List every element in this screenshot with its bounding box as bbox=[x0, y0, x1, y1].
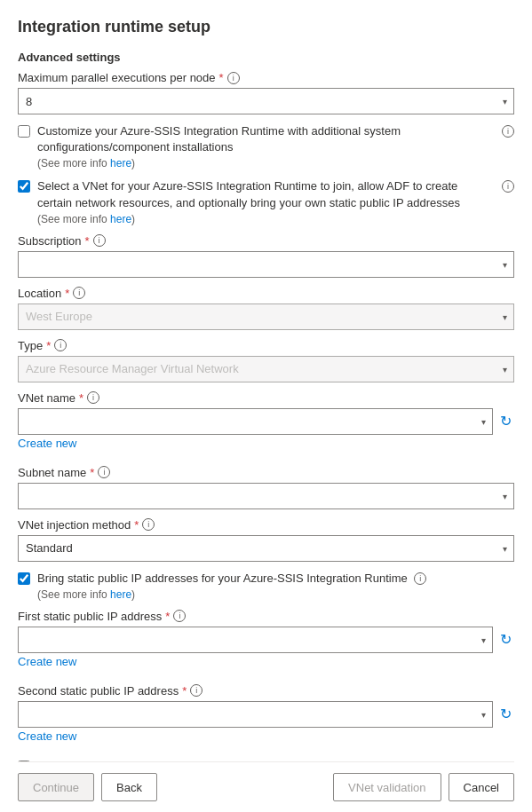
first-ip-dropdown[interactable] bbox=[18, 627, 493, 653]
second-ip-dropdown-wrap: ▾ bbox=[18, 701, 493, 728]
vnet-info-icon[interactable]: i bbox=[502, 180, 514, 193]
static-ip-checkbox[interactable] bbox=[18, 572, 30, 585]
max-parallel-info-icon[interactable]: i bbox=[227, 72, 240, 84]
location-label-text: Location bbox=[18, 287, 61, 300]
customize-see-more-close: ) bbox=[131, 157, 135, 169]
static-ip-checkbox-content: Bring static public IP addresses for you… bbox=[37, 571, 426, 601]
first-ip-field: First static public IP address * i ▾ ↻ C… bbox=[18, 610, 514, 677]
vnet-see-more-close: ) bbox=[131, 213, 135, 225]
vnet-see-more: (See more info here) bbox=[37, 213, 495, 225]
location-info-icon[interactable]: i bbox=[73, 287, 85, 299]
subscription-dropdown[interactable] bbox=[18, 251, 514, 278]
first-ip-dropdown-wrap: ▾ bbox=[18, 627, 493, 653]
continue-button[interactable]: Continue bbox=[18, 773, 94, 801]
max-parallel-field: Maximum parallel executions per node * i… bbox=[18, 71, 514, 114]
page-title: Integration runtime setup bbox=[18, 18, 514, 36]
first-ip-required-star: * bbox=[165, 610, 170, 623]
second-ip-label: Second static public IP address * i bbox=[18, 684, 514, 698]
customize-info-icon[interactable]: i bbox=[502, 125, 514, 138]
static-ip-see-more-text: (See more info bbox=[37, 588, 110, 601]
vnet-checkbox-label: Select a VNet for your Azure-SSIS Integr… bbox=[37, 179, 460, 209]
advanced-settings-header: Advanced settings bbox=[18, 51, 514, 64]
vnet-injection-label-text: VNet injection method bbox=[18, 518, 131, 532]
static-ip-info-icon[interactable]: i bbox=[414, 572, 426, 585]
subnet-name-required-star: * bbox=[90, 466, 94, 479]
max-parallel-dropdown-wrap: 8 ▾ bbox=[18, 88, 514, 114]
second-ip-label-text: Second static public IP address bbox=[18, 684, 179, 698]
vnet-injection-dropdown[interactable]: Standard bbox=[18, 535, 514, 562]
type-label: Type * i bbox=[18, 339, 514, 352]
location-dropdown-wrap: West Europe ▾ bbox=[18, 304, 514, 330]
vnet-name-required-star: * bbox=[79, 391, 83, 405]
create-new-vnet-link[interactable]: Create new bbox=[18, 437, 76, 450]
vnet-validation-button[interactable]: VNet validation bbox=[333, 773, 441, 801]
static-ip-see-more-close: ) bbox=[131, 588, 135, 601]
vnet-injection-dropdown-wrap: Standard ▾ bbox=[18, 535, 514, 562]
vnet-name-refresh-button[interactable]: ↻ bbox=[500, 413, 512, 430]
location-required-star: * bbox=[65, 287, 69, 300]
second-ip-refresh-button[interactable]: ↻ bbox=[500, 706, 512, 722]
vnet-name-dropdown[interactable] bbox=[18, 408, 493, 435]
vnet-name-label: VNet name * i bbox=[18, 391, 514, 405]
vnet-injection-required-star: * bbox=[134, 518, 139, 532]
subscription-required-star: * bbox=[85, 234, 90, 248]
subnet-name-field: Subnet name * i ▾ bbox=[18, 466, 514, 509]
vnet-name-row: ▾ ↻ bbox=[18, 408, 514, 435]
type-info-icon[interactable]: i bbox=[54, 339, 67, 351]
static-ip-see-more: (See more info here) bbox=[37, 588, 426, 601]
footer: Continue Back VNet validation Cancel bbox=[18, 761, 514, 812]
second-ip-info-icon[interactable]: i bbox=[190, 684, 202, 697]
vnet-checkbox-row: Select a VNet for your Azure-SSIS Integr… bbox=[18, 178, 514, 225]
subscription-label: Subscription * i bbox=[18, 234, 514, 248]
max-parallel-dropdown[interactable]: 8 bbox=[18, 88, 514, 114]
location-field: Location * i West Europe ▾ bbox=[18, 287, 514, 330]
second-ip-row: ▾ ↻ bbox=[18, 701, 514, 728]
cancel-button[interactable]: Cancel bbox=[449, 773, 514, 801]
first-ip-row: ▾ ↻ bbox=[18, 627, 514, 653]
subnet-name-dropdown-wrap: ▾ bbox=[18, 483, 514, 509]
first-ip-label-text: First static public IP address bbox=[18, 610, 162, 623]
first-ip-info-icon[interactable]: i bbox=[173, 610, 186, 622]
vnet-here-link[interactable]: here bbox=[110, 213, 131, 225]
first-ip-label: First static public IP address * i bbox=[18, 610, 514, 623]
customize-see-more: (See more info here) bbox=[37, 157, 495, 169]
static-ip-checkbox-label: Bring static public IP addresses for you… bbox=[37, 572, 408, 585]
customize-checkbox-row: Customize your Azure-SSIS Integration Ru… bbox=[18, 123, 514, 169]
required-star: * bbox=[219, 71, 224, 84]
type-required-star: * bbox=[46, 339, 51, 352]
customize-checkbox-content: Customize your Azure-SSIS Integration Ru… bbox=[37, 123, 495, 169]
static-ip-here-link[interactable]: here bbox=[110, 588, 131, 601]
max-parallel-label: Maximum parallel executions per node * i bbox=[18, 71, 514, 84]
subnet-name-dropdown[interactable] bbox=[18, 483, 514, 509]
static-ip-checkbox-row: Bring static public IP addresses for you… bbox=[18, 571, 514, 601]
vnet-injection-info-icon[interactable]: i bbox=[142, 518, 155, 531]
back-button[interactable]: Back bbox=[101, 773, 157, 801]
subnet-name-label: Subnet name * i bbox=[18, 466, 514, 479]
customize-checkbox[interactable] bbox=[18, 125, 30, 138]
first-ip-dropdown-inner: ▾ bbox=[18, 627, 493, 653]
subscription-info-icon[interactable]: i bbox=[93, 234, 106, 247]
second-ip-dropdown-inner: ▾ bbox=[18, 701, 493, 728]
vnet-name-info-icon[interactable]: i bbox=[87, 391, 99, 404]
vnet-injection-field: VNet injection method * i Standard ▾ bbox=[18, 518, 514, 562]
vnet-name-dropdown-inner: ▾ bbox=[18, 408, 493, 435]
vnet-injection-label: VNet injection method * i bbox=[18, 518, 514, 532]
customize-checkbox-label: Customize your Azure-SSIS Integration Ru… bbox=[37, 124, 401, 154]
vnet-checkbox-content: Select a VNet for your Azure-SSIS Integr… bbox=[37, 178, 495, 225]
customize-here-link[interactable]: here bbox=[110, 157, 131, 169]
subscription-field: Subscription * i ▾ bbox=[18, 234, 514, 278]
customize-see-more-text: (See more info bbox=[37, 157, 110, 169]
type-dropdown-wrap: Azure Resource Manager Virtual Network ▾ bbox=[18, 356, 514, 382]
create-new-second-ip-link[interactable]: Create new bbox=[18, 729, 76, 743]
max-parallel-label-text: Maximum parallel executions per node bbox=[18, 71, 216, 84]
vnet-name-label-text: VNet name bbox=[18, 391, 75, 405]
create-new-first-ip-link[interactable]: Create new bbox=[18, 655, 76, 668]
second-ip-dropdown[interactable] bbox=[18, 701, 493, 728]
location-dropdown: West Europe bbox=[18, 304, 514, 330]
vnet-join-checkbox[interactable] bbox=[18, 180, 30, 193]
subscription-label-text: Subscription bbox=[18, 234, 82, 248]
type-dropdown: Azure Resource Manager Virtual Network bbox=[18, 356, 514, 382]
first-ip-refresh-button[interactable]: ↻ bbox=[500, 631, 512, 648]
subnet-name-info-icon[interactable]: i bbox=[98, 466, 110, 478]
subscription-dropdown-wrap: ▾ bbox=[18, 251, 514, 278]
